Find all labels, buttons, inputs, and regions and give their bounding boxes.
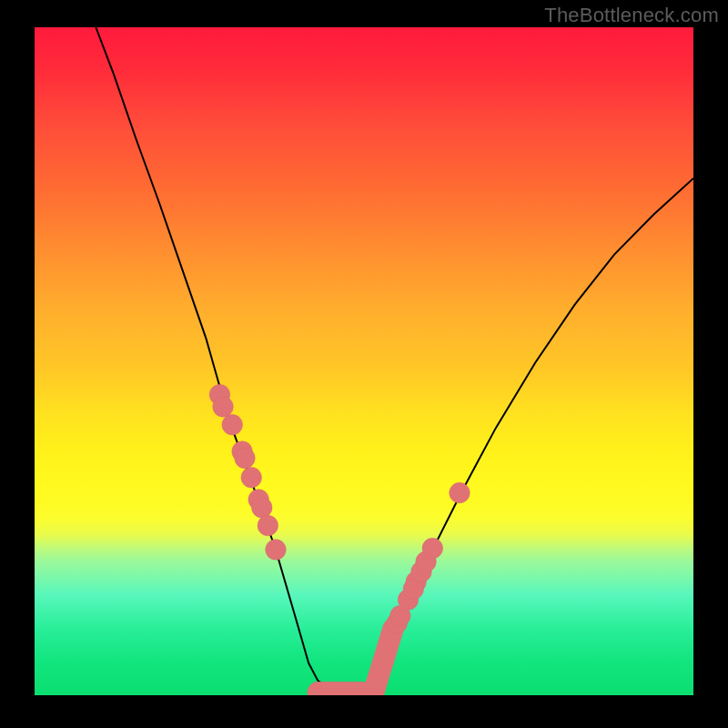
plot-gradient-bg: [35, 27, 693, 695]
chart-stage: TheBottleneck.com: [0, 0, 728, 728]
watermark-text: TheBottleneck.com: [544, 4, 719, 27]
